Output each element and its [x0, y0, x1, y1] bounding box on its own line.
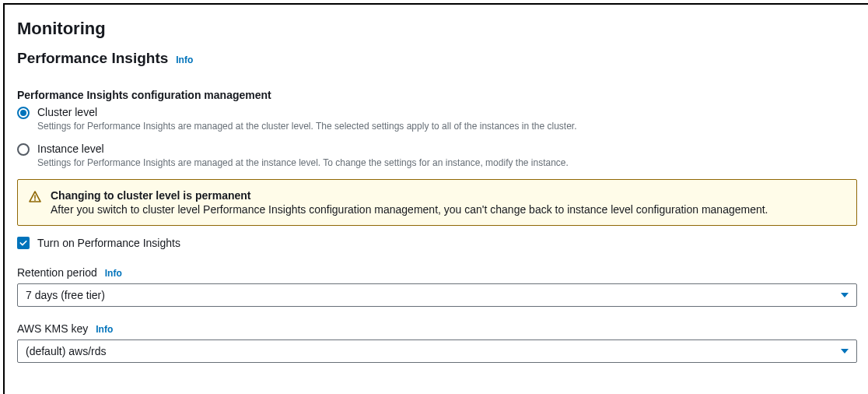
info-link-kms[interactable]: Info — [96, 324, 113, 335]
retention-value: 7 days (free tier) — [26, 289, 105, 301]
warning-title: Changing to cluster level is permanent — [51, 189, 768, 202]
svg-point-1 — [34, 199, 36, 201]
warning-triangle-icon — [29, 191, 41, 203]
radio-label-instance: Instance level — [37, 142, 569, 155]
info-link-performance-insights[interactable]: Info — [176, 55, 193, 65]
retention-label: Retention period — [17, 266, 97, 279]
section-header: Performance Insights Info — [17, 50, 857, 67]
enable-pi-row: Turn on Performance Insights — [17, 237, 857, 249]
warning-alert: Changing to cluster level is permanent A… — [17, 179, 857, 226]
retention-select[interactable]: 7 days (free tier) — [17, 283, 857, 307]
page-title: Monitoring — [17, 19, 857, 39]
monitoring-panel: Monitoring Performance Insights Info Per… — [3, 3, 868, 394]
radio-desc-instance: Settings for Performance Insights are ma… — [37, 157, 569, 170]
radio-label-cluster: Cluster level — [37, 106, 577, 118]
radio-dot-icon — [20, 110, 26, 116]
section-title: Performance Insights — [17, 50, 168, 67]
checkbox-enable-pi[interactable] — [17, 237, 30, 249]
radio-option-cluster-level[interactable]: Cluster level Settings for Performance I… — [17, 106, 857, 133]
radio-cluster-level[interactable] — [17, 107, 30, 119]
radio-option-instance-level[interactable]: Instance level Settings for Performance … — [17, 142, 857, 170]
kms-label: AWS KMS key — [17, 322, 88, 335]
kms-field: AWS KMS key Info (default) aws/rds — [17, 322, 857, 363]
dropdown-caret-icon — [841, 349, 849, 354]
kms-value: (default) aws/rds — [26, 345, 106, 357]
check-icon — [19, 238, 28, 248]
kms-select[interactable]: (default) aws/rds — [17, 339, 857, 363]
radio-instance-level[interactable] — [17, 143, 30, 156]
dropdown-caret-icon — [841, 293, 849, 297]
info-link-retention[interactable]: Info — [105, 268, 122, 279]
retention-field: Retention period Info 7 days (free tier) — [17, 266, 857, 307]
warning-text: After you switch to cluster level Perfor… — [51, 203, 768, 216]
radio-desc-cluster: Settings for Performance Insights are ma… — [37, 120, 577, 133]
config-management-label: Performance Insights configuration manag… — [17, 89, 857, 101]
checkbox-label-enable-pi: Turn on Performance Insights — [37, 237, 180, 249]
